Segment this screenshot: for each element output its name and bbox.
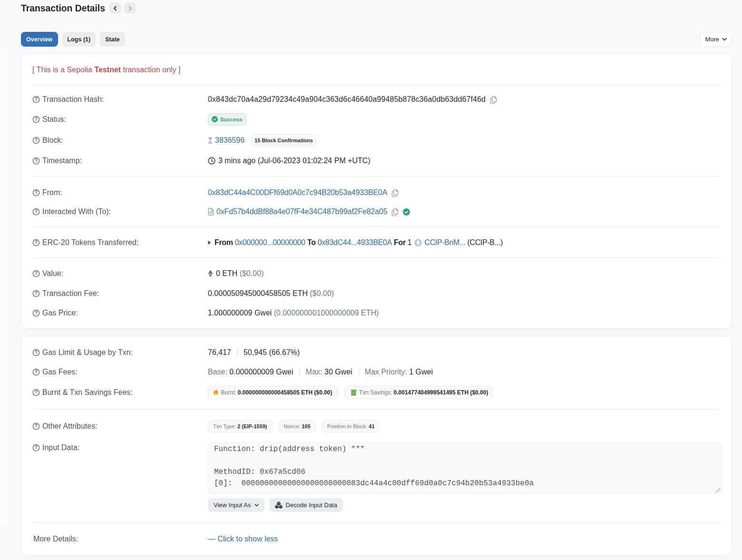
svg-text:?: ? xyxy=(35,117,38,122)
svg-text:?: ? xyxy=(35,138,38,143)
svg-text:?: ? xyxy=(35,423,38,429)
svg-text:?: ? xyxy=(35,310,38,315)
svg-text:?: ? xyxy=(35,350,38,355)
svg-text:?: ? xyxy=(35,209,38,214)
svg-text:$: $ xyxy=(353,391,354,394)
svg-text:?: ? xyxy=(35,369,38,374)
svg-text:?: ? xyxy=(35,390,38,395)
svg-text:?: ? xyxy=(35,158,38,163)
svg-text:?: ? xyxy=(35,190,38,195)
svg-text:?: ? xyxy=(35,291,38,296)
svg-text:?: ? xyxy=(35,240,38,245)
svg-text:?: ? xyxy=(35,271,38,276)
svg-text:?: ? xyxy=(35,445,38,450)
svg-text:?: ? xyxy=(35,97,38,102)
